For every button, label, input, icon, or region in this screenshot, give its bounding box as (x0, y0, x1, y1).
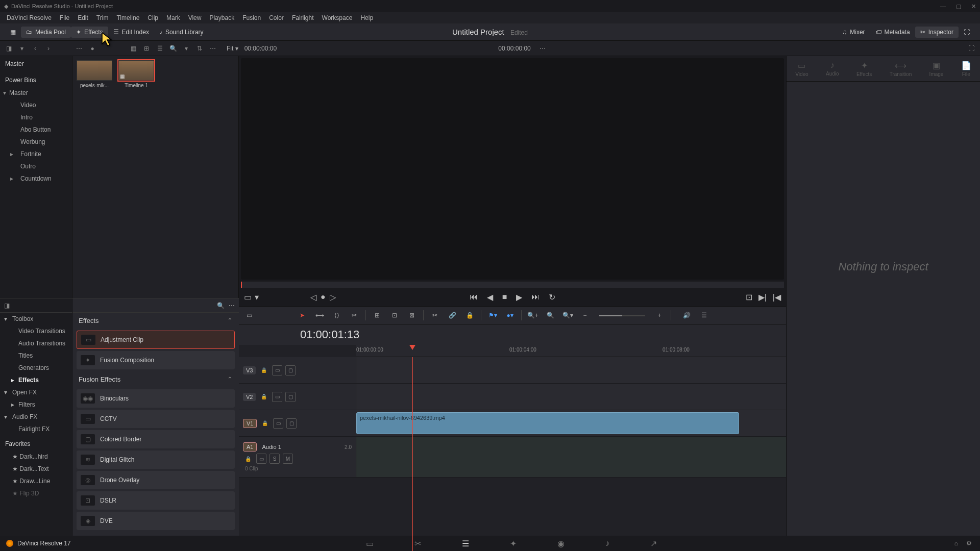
fx-fusion-composition[interactable]: ✦ Fusion Composition (77, 351, 235, 369)
bin-master[interactable]: ▾Master (0, 87, 72, 99)
menu-fairlight[interactable]: Fairlight (288, 14, 317, 21)
menu-trim[interactable]: Trim (93, 14, 112, 21)
menu-file[interactable]: File (56, 14, 73, 21)
home-icon[interactable]: ⌂ (954, 540, 958, 547)
lock-icon[interactable]: 🔒 (243, 454, 253, 464)
replace-icon[interactable]: ⊠ (406, 309, 418, 321)
track-head-v2[interactable]: V2 🔒 ▭ ▢ (239, 384, 356, 410)
inspector-tab-video[interactable]: ▭Video (795, 61, 808, 77)
next-keyframe-icon[interactable]: ▷ (330, 292, 336, 302)
fav-draw-line[interactable]: ★ Draw...Line (0, 475, 72, 487)
inspector-button[interactable]: ✂ Inspector (915, 27, 959, 38)
record-icon[interactable]: ● (87, 43, 98, 54)
inspector-tab-audio[interactable]: ♪Audio (826, 61, 839, 77)
window-minimize[interactable]: — (940, 3, 946, 10)
mute-icon[interactable]: 🔊 (680, 309, 693, 321)
menu-mark[interactable]: Mark (163, 14, 184, 21)
fx-generators[interactable]: Generators (0, 362, 72, 374)
fx-colored-border[interactable]: ▢Colored Border (77, 430, 235, 448)
fx-cctv[interactable]: ▭CCTV (77, 410, 235, 428)
lock-icon[interactable]: 🔒 (463, 309, 476, 321)
zoom-in-icon[interactable]: + (653, 309, 666, 321)
track-content-v1[interactable]: pexels-mikhail-nilov-6942639.mp4 (356, 410, 786, 436)
trim-tool-icon[interactable]: ⟷ (313, 309, 326, 321)
selection-tool-icon[interactable]: ➤ (296, 309, 308, 321)
menu-playback[interactable]: Playback (206, 14, 238, 21)
track-head-v1[interactable]: V1 🔒 ▭ ▢ (239, 410, 356, 436)
zoom-detail-icon[interactable]: 🔍+ (527, 309, 539, 321)
keyframe-icon[interactable]: ● (321, 292, 326, 302)
menu-fusion[interactable]: Fusion (239, 14, 264, 21)
timeline-thumbnail[interactable]: ▦ Timeline 1 (118, 60, 154, 88)
track-content-v3[interactable] (356, 357, 786, 383)
sort-icon[interactable]: ⇅ (194, 43, 205, 54)
track-badge-v3[interactable]: V3 (243, 366, 256, 374)
play-icon[interactable]: ▶ (516, 292, 522, 302)
view-thumb-icon[interactable]: ⊞ (141, 43, 152, 54)
view-list-icon[interactable]: ☰ (154, 43, 165, 54)
auto-select-icon[interactable]: ▭ (273, 418, 283, 429)
fx-filters[interactable]: ▸Filters (0, 398, 72, 411)
prev-keyframe-icon[interactable]: ◁ (310, 292, 316, 302)
edit-index-button[interactable]: ☰ Edit Index (108, 27, 154, 38)
link-icon[interactable]: 🔗 (446, 309, 458, 321)
fx-openfx[interactable]: ▾Open FX (0, 386, 72, 398)
prev-edit-icon[interactable]: |◀ (773, 292, 781, 302)
panel-layout-button[interactable]: ▦ (5, 27, 21, 38)
next-edit-icon[interactable]: ▶| (758, 292, 767, 302)
inspector-tab-transition[interactable]: ⟷Transition (890, 61, 912, 77)
track-head-v3[interactable]: V3 🔒 ▭ ▢ (239, 357, 356, 383)
bin-abo-button[interactable]: Abo Button (0, 123, 72, 136)
zoom-custom-icon[interactable]: 🔍▾ (561, 309, 574, 321)
auto-select-icon[interactable]: ▭ (256, 454, 266, 464)
menu-davinci[interactable]: DaVinci Resolve (3, 14, 55, 21)
fx-titles[interactable]: Titles (0, 349, 72, 362)
metadata-button[interactable]: 🏷 Metadata (870, 27, 915, 38)
blade-edit-icon[interactable]: ✂ (429, 309, 441, 321)
go-end-icon[interactable]: ⏭ (531, 292, 540, 302)
inspector-expand-icon[interactable]: ⛶ (966, 43, 977, 54)
nav-back-icon[interactable]: ‹ (30, 43, 41, 54)
color-page-icon[interactable]: ◉ (557, 539, 565, 548)
cut-page-icon[interactable]: ✂ (414, 539, 421, 548)
disable-icon[interactable]: ▢ (286, 418, 297, 429)
track-badge-v1[interactable]: V1 (243, 419, 257, 428)
insert-icon[interactable]: ⊞ (371, 309, 383, 321)
zoom-slider[interactable] (599, 315, 645, 316)
fx-audiofx[interactable]: ▾Audio FX (0, 411, 72, 423)
fairlight-page-icon[interactable]: ♪ (605, 539, 609, 548)
bin-fortnite[interactable]: ▸Fortnite (0, 148, 72, 160)
track-badge-v2[interactable]: V2 (243, 393, 256, 401)
window-close[interactable]: ✕ (971, 3, 976, 10)
inspector-tab-effects[interactable]: ✦Effects (856, 61, 872, 77)
lock-icon[interactable]: 🔒 (260, 418, 270, 429)
clip-thumbnail[interactable]: pexels-mik... (77, 60, 112, 88)
nav-fwd-icon[interactable]: › (43, 43, 54, 54)
search-chevron-icon[interactable]: ▾ (181, 43, 192, 54)
lock-icon[interactable]: 🔒 (259, 392, 269, 402)
fav-flip-3d[interactable]: ★ Flip 3D (0, 487, 72, 499)
bin-intro[interactable]: Intro (0, 111, 72, 123)
viewer-mode-icon[interactable]: ▭ (244, 292, 252, 302)
fx-video-transitions[interactable]: Video Transitions (0, 325, 72, 337)
loop-icon[interactable]: ↻ (549, 292, 555, 302)
options-icon[interactable]: ⋯ (207, 43, 218, 54)
search-icon[interactable]: 🔍 (167, 43, 179, 54)
menu-edit[interactable]: Edit (74, 14, 92, 21)
view-grid-icon[interactable]: ▦ (128, 43, 139, 54)
track-content-a1[interactable] (356, 437, 786, 477)
fx-search-icon[interactable]: 🔍 (217, 302, 225, 309)
timeline-view-icon[interactable]: ▭ (243, 309, 255, 321)
play-reverse-icon[interactable]: ◀ (487, 292, 493, 302)
inspector-tab-image[interactable]: ▣Image (929, 61, 944, 77)
track-head-a1[interactable]: A1 Audio 1 2.0 🔒 ▭ S M 0 Clip (239, 437, 356, 477)
marker-icon[interactable]: ●▾ (504, 309, 516, 321)
edit-page-icon[interactable]: ☰ (462, 539, 469, 548)
go-start-icon[interactable]: ⏮ (470, 292, 478, 302)
viewer-mode-chevron-icon[interactable]: ▾ (255, 292, 259, 302)
disable-icon[interactable]: ▢ (285, 365, 296, 375)
media-pool-button[interactable]: 🗂 Media Pool (21, 27, 71, 38)
fav-dark-hird[interactable]: ★ Dark...hird (0, 450, 72, 463)
inspector-tab-file[interactable]: 📄File (961, 61, 971, 77)
stop-icon[interactable]: ■ (502, 292, 507, 302)
